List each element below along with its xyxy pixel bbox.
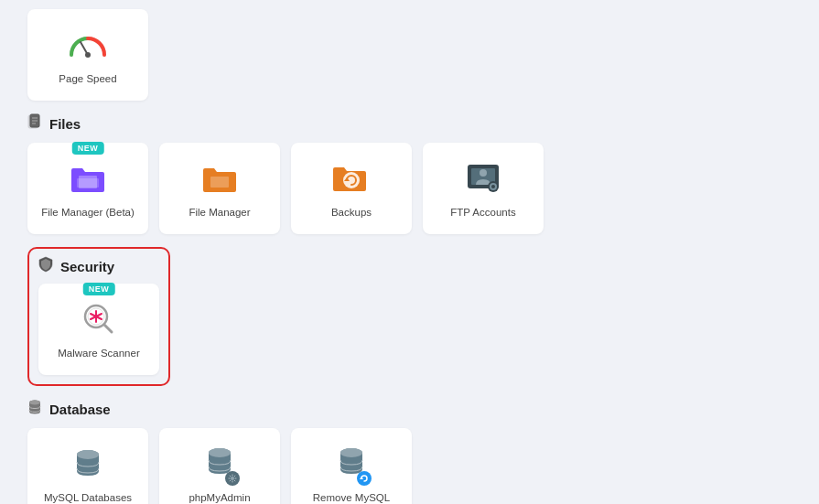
- malware-scanner-label: Malware Scanner: [58, 347, 139, 360]
- svg-point-27: [77, 450, 99, 459]
- file-manager-icon: [199, 158, 240, 198]
- security-section-icon: [38, 256, 53, 276]
- ftp-accounts-card[interactable]: FTP Accounts: [423, 143, 544, 234]
- svg-point-32: [340, 448, 362, 457]
- backups-icon: [331, 158, 372, 198]
- malware-scanner-icon: [79, 299, 119, 339]
- files-section-title: Files: [49, 116, 81, 132]
- svg-line-23: [104, 325, 112, 332]
- database-section-icon: [27, 399, 42, 419]
- svg-point-14: [480, 169, 487, 177]
- ftp-accounts-label: FTP Accounts: [450, 206, 515, 220]
- svg-rect-8: [77, 178, 99, 188]
- phpmyadmin-icon: [199, 444, 240, 484]
- malware-scanner-card[interactable]: NEW Mal: [38, 284, 159, 375]
- remove-mysql-card[interactable]: Remove MySQL: [291, 428, 412, 504]
- svg-point-17: [491, 185, 495, 188]
- svg-rect-9: [210, 177, 229, 188]
- mysql-databases-card[interactable]: MySQL Databases: [27, 428, 148, 504]
- security-section-title: Security: [60, 259, 114, 274]
- page-speed-card[interactable]: Page Speed: [27, 9, 148, 101]
- svg-marker-33: [360, 477, 363, 479]
- svg-point-30: [231, 477, 234, 480]
- mysql-databases-label: MySQL Databases: [44, 491, 132, 504]
- backups-label: Backups: [331, 206, 372, 220]
- svg-point-1: [85, 52, 91, 58]
- database-cards-grid: MySQL Databases: [27, 428, 792, 504]
- file-manager-card[interactable]: File Manager: [159, 143, 280, 234]
- security-cards-grid: NEW Mal: [38, 284, 159, 375]
- file-manager-beta-label: File Manager (Beta): [41, 206, 135, 220]
- file-manager-beta-icon: [68, 158, 108, 198]
- remove-mysql-label: Remove MySQL: [313, 491, 390, 504]
- security-section-container: Security NEW: [27, 247, 170, 386]
- file-manager-label: File Manager: [189, 206, 250, 220]
- files-section-heading: Files: [27, 113, 792, 134]
- mysql-databases-icon: [68, 444, 108, 484]
- page-speed-icon: [68, 25, 108, 65]
- svg-point-29: [209, 448, 231, 457]
- svg-point-25: [29, 401, 40, 405]
- malware-scanner-badge: NEW: [83, 283, 115, 295]
- remove-mysql-icon: [331, 444, 372, 484]
- files-cards-grid: NEW File Manager (Beta): [27, 143, 792, 234]
- files-icon: [27, 113, 42, 134]
- ftp-accounts-icon: [463, 158, 503, 198]
- database-section-heading: Database: [27, 399, 792, 419]
- phpmyadmin-label: phpMyAdmin: [189, 491, 250, 504]
- file-manager-beta-badge: NEW: [72, 142, 104, 155]
- backups-card[interactable]: Backups: [291, 143, 412, 234]
- file-manager-beta-card[interactable]: NEW File Manager (Beta): [27, 143, 148, 234]
- database-section-title: Database: [49, 402, 111, 417]
- page-speed-label: Page Speed: [59, 72, 116, 86]
- security-section-heading: Security: [38, 256, 159, 276]
- phpmyadmin-card[interactable]: phpMyAdmin: [159, 428, 280, 504]
